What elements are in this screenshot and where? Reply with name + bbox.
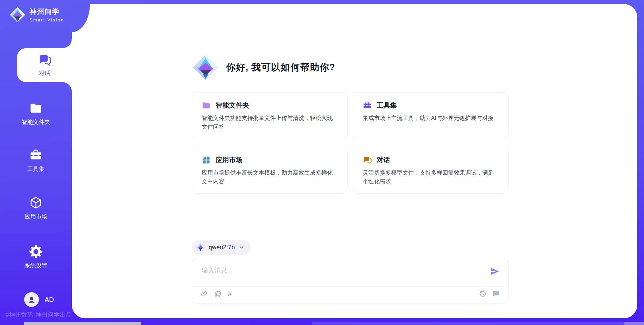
user-name: AD [45, 296, 54, 304]
tab-top-fillet [62, 39, 72, 48]
sidebar-item-toolset[interactable]: 工具集 [0, 148, 72, 173]
chevron-down-icon [238, 244, 245, 250]
card-description: 智能文件夹功能支持批量文件上传与清洗，轻松实现文件问答 [202, 114, 338, 132]
avatar [24, 292, 39, 307]
bottom-edge-strip [24, 322, 141, 325]
cube-icon [29, 196, 43, 209]
paperclip-icon[interactable] [201, 290, 208, 298]
market-grid-icon [202, 155, 211, 165]
greeting: 你好, 我可以如何帮助你? [193, 54, 335, 81]
brand-subtitle: Smart Vision [30, 17, 64, 22]
greeting-diamond-logo-icon [193, 54, 219, 81]
composer-tools-right [479, 290, 500, 298]
toolbox-icon [363, 101, 372, 110]
feature-cards: 智能文件夹 智能文件夹功能支持批量文件上传与清洗，轻松实现文件问答 工具集 集成… [192, 92, 508, 194]
sidebar-item-label: 工具集 [28, 165, 45, 173]
brand-name: 神州问学 [30, 7, 64, 16]
comment-icon[interactable] [492, 290, 500, 298]
card-toolset[interactable]: 工具集 集成市场上主流工具，助力AI与外界无缝扩展与对接 [353, 92, 508, 139]
card-smart-folder[interactable]: 智能文件夹 智能文件夹功能支持批量文件上传与清洗，轻松实现文件问答 [192, 92, 347, 139]
bottom-edge-strip [624, 322, 644, 325]
toolbox-icon [29, 148, 43, 162]
card-header: 智能文件夹 [202, 101, 338, 110]
sidebar-item-chat[interactable]: 对话 [17, 48, 72, 82]
chat-icon [38, 53, 51, 67]
chat-icon [363, 155, 372, 165]
card-title: 工具集 [377, 101, 397, 110]
card-description: 应用市场提供丰富长文本模板，助力高效生成多样化文章内容 [202, 169, 338, 186]
bottom-edge-strip [312, 322, 624, 325]
folder-icon [29, 102, 43, 115]
sidebar-item-settings[interactable]: 系统设置 [0, 245, 72, 269]
app-root: 神州问学 Smart Vision 对话 智能文件夹 工具集 应用市场 系统设置… [0, 0, 644, 325]
card-title: 应用市场 [216, 155, 243, 165]
composer-divider [193, 286, 508, 286]
gear-icon [29, 245, 43, 258]
person-icon [27, 295, 36, 304]
card-header: 对话 [363, 155, 499, 165]
paper-plane-icon [490, 266, 500, 276]
copyright-footer: ©神州数码·神州问学出品 [5, 311, 72, 319]
user-account[interactable]: AD [24, 292, 54, 307]
sidebar-item-app-market[interactable]: 应用市场 [0, 196, 72, 220]
greeting-text: 你好, 我可以如何帮助你? [226, 61, 335, 74]
card-chat[interactable]: 对话 灵活切换多模型文件，支持多样回复效果调试，满足个性化需求 [353, 147, 508, 194]
sidebar-item-label: 应用市场 [24, 213, 47, 220]
card-header: 工具集 [363, 101, 499, 110]
brand-diamond-logo-icon [9, 7, 25, 23]
sidebar-item-label: 对话 [39, 69, 50, 77]
card-description: 灵活切换多模型文件，支持多样回复效果调试，满足个性化需求 [363, 169, 499, 186]
brand: 神州问学 Smart Vision [9, 7, 64, 23]
message-input[interactable] [201, 263, 479, 277]
card-header: 应用市场 [202, 155, 338, 165]
at-icon[interactable]: @ [214, 290, 221, 298]
sidebar-item-label: 系统设置 [24, 262, 47, 269]
history-icon[interactable] [479, 290, 487, 298]
tab-bottom-fillet [62, 82, 72, 91]
sidebar-item-label: 智能文件夹 [22, 118, 50, 126]
card-app-market[interactable]: 应用市场 应用市场提供丰富长文本模板，助力高效生成多样化文章内容 [192, 147, 347, 194]
card-description: 集成市场上主流工具，助力AI与外界无缝扩展与对接 [363, 114, 499, 123]
brand-text: 神州问学 Smart Vision [30, 7, 64, 22]
model-name: qwen2:7b [209, 244, 235, 251]
send-button[interactable] [490, 266, 500, 276]
model-selector[interactable]: qwen2:7b [192, 240, 251, 255]
card-title: 对话 [377, 155, 390, 165]
card-title: 智能文件夹 [216, 101, 249, 110]
message-composer: @ # [192, 258, 508, 304]
composer-tools-left: @ # [201, 290, 232, 298]
hash-icon[interactable]: # [228, 290, 232, 298]
sidebar-item-smart-folder[interactable]: 智能文件夹 [0, 102, 72, 126]
model-diamond-logo-icon [196, 243, 205, 252]
folder-icon [202, 101, 211, 110]
